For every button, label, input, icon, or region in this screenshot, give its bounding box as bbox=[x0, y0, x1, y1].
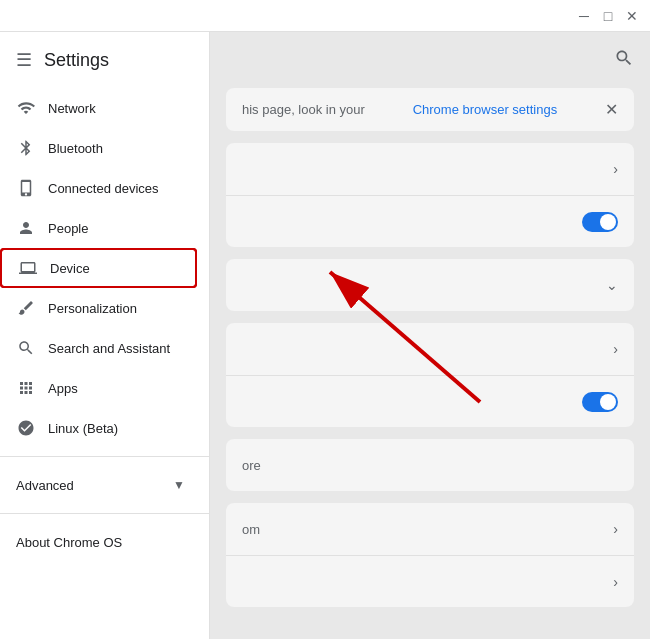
toggle-1[interactable] bbox=[582, 212, 618, 232]
sidebar-item-search-assistant-label: Search and Assistant bbox=[48, 341, 170, 356]
sidebar-item-apps[interactable]: Apps bbox=[0, 368, 201, 408]
sidebar-item-connected-devices-label: Connected devices bbox=[48, 181, 159, 196]
sidebar-divider bbox=[0, 456, 209, 457]
sidebar-divider-2 bbox=[0, 513, 209, 514]
notification-close-icon[interactable]: ✕ bbox=[605, 100, 618, 119]
content-cards: › ⌄ › bbox=[210, 143, 650, 607]
card-row-4-1: ore bbox=[226, 439, 634, 491]
phone-icon bbox=[16, 178, 36, 198]
sidebar-item-about[interactable]: About Chrome OS bbox=[0, 522, 201, 562]
sidebar-header: ☰ Settings bbox=[0, 32, 209, 88]
chevron-right-icon-1: › bbox=[613, 161, 618, 177]
notification-link[interactable]: Chrome browser settings bbox=[413, 102, 558, 117]
card-row-1-2 bbox=[226, 195, 634, 247]
notification-text: his page, look in your bbox=[242, 102, 365, 117]
sidebar-item-personalization-label: Personalization bbox=[48, 301, 137, 316]
card-2: ⌄ bbox=[226, 259, 634, 311]
chevron-right-icon-5b: › bbox=[613, 574, 618, 590]
search-icon bbox=[16, 338, 36, 358]
sidebar-item-advanced[interactable]: Advanced ▼ bbox=[0, 465, 201, 505]
sidebar-title: Settings bbox=[44, 50, 109, 71]
card-5: om › › bbox=[226, 503, 634, 607]
sidebar-item-advanced-label: Advanced bbox=[16, 478, 74, 493]
sidebar-item-bluetooth-label: Bluetooth bbox=[48, 141, 103, 156]
hamburger-icon[interactable]: ☰ bbox=[16, 49, 32, 71]
window-chrome: ─ □ ✕ bbox=[0, 0, 650, 32]
minimize-button[interactable]: ─ bbox=[574, 6, 594, 26]
sidebar: ☰ Settings Network Bluet bbox=[0, 32, 210, 639]
card-1: › bbox=[226, 143, 634, 247]
main-header bbox=[210, 32, 650, 88]
linux-icon bbox=[16, 418, 36, 438]
chevron-down-icon: ▼ bbox=[173, 478, 185, 492]
close-button[interactable]: ✕ bbox=[622, 6, 642, 26]
card-text-om: om bbox=[242, 522, 260, 537]
chevron-right-icon-3: › bbox=[613, 341, 618, 357]
sidebar-item-linux-label: Linux (Beta) bbox=[48, 421, 118, 436]
sidebar-item-people[interactable]: People bbox=[0, 208, 201, 248]
sidebar-item-search-assistant[interactable]: Search and Assistant bbox=[0, 328, 201, 368]
toggle-3[interactable] bbox=[582, 392, 618, 412]
card-row-3-1: › bbox=[226, 323, 634, 375]
sidebar-item-bluetooth[interactable]: Bluetooth bbox=[0, 128, 201, 168]
card-row-5-1: om › bbox=[226, 503, 634, 555]
card-4: ore bbox=[226, 439, 634, 491]
notification-bar: his page, look in your Chrome browser se… bbox=[226, 88, 634, 131]
sidebar-nav: Network Bluetooth Connected device bbox=[0, 88, 209, 639]
card-row-3-2 bbox=[226, 375, 634, 427]
sidebar-item-device-label: Device bbox=[50, 261, 90, 276]
sidebar-item-network-label: Network bbox=[48, 101, 96, 116]
card-row-5-2: › bbox=[226, 555, 634, 607]
sidebar-item-about-label: About Chrome OS bbox=[16, 535, 122, 550]
sidebar-item-linux[interactable]: Linux (Beta) bbox=[0, 408, 201, 448]
apps-icon bbox=[16, 378, 36, 398]
brush-icon bbox=[16, 298, 36, 318]
card-text-ore: ore bbox=[242, 458, 261, 473]
sidebar-item-people-label: People bbox=[48, 221, 88, 236]
sidebar-item-device[interactable]: Device bbox=[0, 248, 197, 288]
card-3: › bbox=[226, 323, 634, 427]
wifi-icon bbox=[16, 98, 36, 118]
sidebar-item-personalization[interactable]: Personalization bbox=[0, 288, 201, 328]
bluetooth-icon bbox=[16, 138, 36, 158]
card-row-1-1: › bbox=[226, 143, 634, 195]
main-content: his page, look in your Chrome browser se… bbox=[210, 32, 650, 639]
person-icon bbox=[16, 218, 36, 238]
sidebar-item-network[interactable]: Network bbox=[0, 88, 201, 128]
sidebar-item-connected-devices[interactable]: Connected devices bbox=[0, 168, 201, 208]
card-row-2-1: ⌄ bbox=[226, 259, 634, 311]
laptop-icon bbox=[18, 258, 38, 278]
chevron-right-icon-5: › bbox=[613, 521, 618, 537]
chevron-down-icon-2: ⌄ bbox=[606, 277, 618, 293]
sidebar-item-apps-label: Apps bbox=[48, 381, 78, 396]
maximize-button[interactable]: □ bbox=[598, 6, 618, 26]
search-header-icon[interactable] bbox=[614, 48, 634, 73]
app-container: ☰ Settings Network Bluet bbox=[0, 32, 650, 639]
